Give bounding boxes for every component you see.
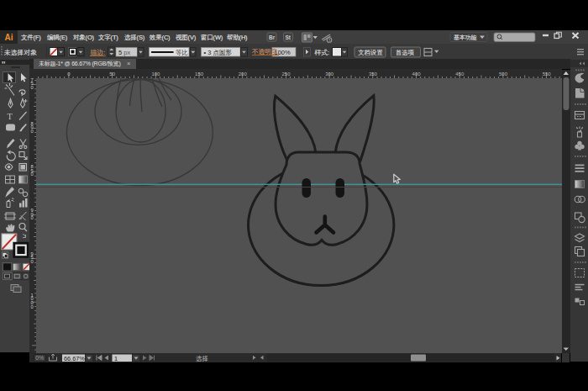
svg-text:550: 550 [543, 71, 552, 77]
svg-text:500: 500 [499, 71, 508, 77]
svg-text:200: 200 [239, 71, 248, 77]
svg-text:100: 100 [151, 71, 160, 77]
svg-text:Br: Br [269, 34, 276, 40]
svg-text:0%: 0% [35, 355, 44, 361]
svg-text:400: 400 [412, 71, 422, 77]
svg-text:350: 350 [369, 71, 378, 77]
svg-text:450: 450 [455, 71, 465, 77]
svg-text:150: 150 [195, 71, 204, 77]
svg-text:T: T [8, 112, 13, 121]
svg-text:300: 300 [325, 71, 334, 77]
svg-text:1000: 1000 [31, 293, 34, 309]
svg-text:800: 800 [31, 121, 34, 134]
svg-text:900: 900 [31, 208, 34, 220]
svg-text:750: 750 [31, 78, 34, 90]
svg-text:St: St [286, 34, 291, 40]
svg-text:50: 50 [109, 71, 115, 77]
svg-text:250: 250 [281, 71, 291, 77]
svg-text:850: 850 [31, 164, 34, 177]
svg-text:950: 950 [31, 251, 34, 264]
